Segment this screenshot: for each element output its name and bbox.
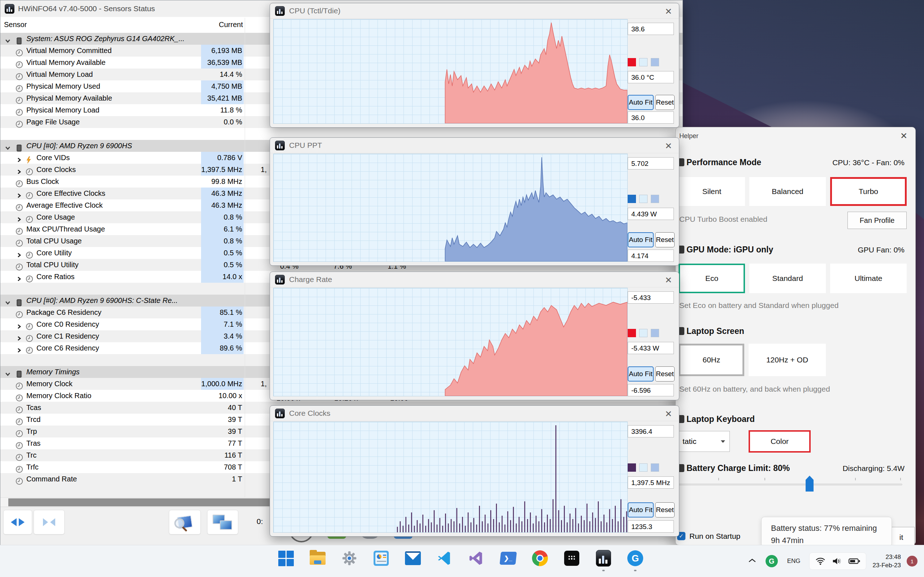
graph-titlebar[interactable]: Charge Rate — [270, 272, 679, 287]
graph-max-field[interactable]: -5.433 — [628, 292, 674, 304]
black-app-icon — [564, 551, 579, 566]
silent-mode-button[interactable]: Silent — [678, 177, 745, 206]
auto-fit-button[interactable]: Auto Fit — [628, 366, 654, 382]
grid-color-swatch[interactable] — [651, 195, 659, 203]
notification-badge[interactable]: 1 — [907, 556, 918, 567]
graph-buttons: Auto Fit Reset — [628, 95, 675, 110]
sensor-label: Memory Clock Ratio — [26, 390, 91, 402]
series-color-swatch[interactable] — [628, 329, 636, 337]
graph-max-field[interactable]: 38.6 — [628, 23, 674, 35]
file-explorer-button[interactable] — [309, 550, 326, 567]
system-monitor-button[interactable] — [373, 550, 390, 567]
grid-color-swatch[interactable] — [651, 329, 659, 337]
reset-button[interactable]: Reset — [655, 366, 675, 382]
graph-side-panel: 38.6 36.0 °C Auto Fit Reset 36.0 — [628, 21, 675, 124]
utility-app-button[interactable] — [563, 550, 580, 567]
balanced-mode-button[interactable]: Balanced — [749, 177, 826, 206]
vscode-button[interactable] — [436, 550, 453, 567]
background-color-swatch[interactable] — [639, 329, 648, 337]
keyboard-color-button[interactable]: Color — [749, 430, 811, 453]
close-icon[interactable]: ✕ — [663, 141, 674, 152]
sensor-label: Core Clocks — [36, 164, 76, 176]
background-color-swatch[interactable] — [639, 463, 648, 472]
discharge-status: Discharging: 5.4W — [842, 464, 905, 473]
auto-fit-button[interactable]: Auto Fit — [628, 95, 654, 110]
taskbar-clock[interactable]: 23:48 23-Feb-23 — [873, 553, 901, 569]
battery-limit-slider[interactable] — [678, 484, 902, 485]
grid-color-swatch[interactable] — [651, 58, 659, 66]
desktop: HWiNFO64 v7.40-5000 - Sensors Status Sen… — [0, 0, 924, 577]
series-color-swatch[interactable] — [628, 195, 636, 203]
screen-capture-button[interactable] — [169, 510, 201, 534]
start-button[interactable] — [277, 550, 294, 567]
graph-max-field[interactable]: 3396.4 — [628, 425, 674, 437]
graph-titlebar[interactable]: CPU PPT — [270, 138, 679, 153]
running-indicator — [634, 570, 637, 571]
gpu-standard-button[interactable]: Standard — [749, 264, 826, 293]
background-color-swatch[interactable] — [639, 195, 648, 203]
chrome-icon — [532, 550, 548, 566]
ghelper-taskbar-button[interactable]: G — [627, 550, 644, 567]
ghelper-tray-icon[interactable]: G — [766, 555, 778, 567]
graph-min-field[interactable]: -6.596 — [628, 384, 674, 396]
turbo-boost-note: CPU Turbo Boost enabled — [679, 215, 767, 224]
mail-button[interactable] — [404, 550, 422, 567]
auto-fit-button[interactable]: Auto Fit — [628, 502, 654, 517]
gpu-eco-button[interactable]: Eco — [678, 264, 745, 293]
background-color-swatch[interactable] — [639, 58, 648, 66]
graph-min-field[interactable]: 4.174 — [628, 250, 674, 262]
hwinfo-taskbar-button[interactable] — [595, 550, 612, 567]
settings-button[interactable] — [341, 550, 358, 567]
chrome-button[interactable] — [531, 550, 549, 567]
gpu-ultimate-button[interactable]: Ultimate — [830, 264, 907, 293]
close-icon[interactable]: ✕ — [663, 409, 674, 419]
keyboard-mode-dropdown[interactable]: tatic — [676, 431, 730, 452]
hwinfo-app-icon — [275, 409, 285, 418]
graph-color-swatches — [628, 463, 659, 472]
collapse-columns-button[interactable] — [34, 510, 65, 534]
tray-status-group[interactable] — [809, 553, 866, 570]
series-color-swatch[interactable] — [628, 58, 636, 66]
keyboard-mode-value: tatic — [683, 437, 696, 446]
reset-button[interactable]: Reset — [655, 232, 675, 247]
language-indicator[interactable]: ENG — [787, 558, 801, 565]
reset-button[interactable]: Reset — [655, 502, 675, 517]
expand-columns-button[interactable] — [3, 510, 32, 534]
graph-current-field[interactable]: 1,397.5 MHz — [628, 476, 674, 488]
sensor-label: Tras — [26, 437, 40, 449]
graph-current-field[interactable]: -5.433 W — [628, 342, 674, 354]
graph-current-field[interactable]: 36.0 °C — [628, 71, 674, 83]
auto-fit-button[interactable]: Auto Fit — [628, 232, 654, 247]
graph-titlebar[interactable]: CPU (Tctl/Tdie) — [270, 3, 679, 19]
refresh-60hz-button[interactable]: 60Hz — [678, 344, 744, 376]
graph-window-charge-rate: Charge Rate ✕ -5.433 -5.433 W Auto Fit R… — [270, 272, 679, 400]
graph-max-field[interactable]: 5.702 — [628, 157, 674, 169]
fan-profile-button[interactable]: Fan Profile — [848, 212, 907, 229]
gpu-mode-heading: GPU Mode: iGPU only — [687, 245, 773, 255]
series-color-swatch[interactable] — [628, 463, 636, 472]
reset-button[interactable]: Reset — [655, 95, 675, 110]
sensor-current-value: 46.3 MHz — [201, 187, 244, 200]
tray-chevron-up[interactable] — [748, 558, 756, 564]
column-header-current[interactable]: Current — [201, 21, 243, 29]
sensor-label: Physical Memory Load — [26, 104, 99, 116]
graph-min-field[interactable]: 1235.3 — [628, 521, 674, 533]
graph-current-field[interactable]: 4.439 W — [628, 208, 674, 220]
ghelper-window: Helper ✕ Performance Mode CPU: 36°C - Fa… — [675, 127, 916, 545]
sensor-label: Core Effective Clocks — [36, 187, 105, 200]
close-icon[interactable]: ✕ — [663, 275, 674, 285]
close-icon[interactable]: ✕ — [900, 131, 908, 141]
powershell-button[interactable]: ❯_ — [499, 550, 517, 567]
graph-min-field[interactable]: 36.0 — [628, 111, 674, 124]
remote-monitors-button[interactable] — [207, 510, 238, 534]
graph-titlebar[interactable]: Core Clocks — [270, 406, 679, 421]
turbo-mode-button[interactable]: Turbo — [830, 177, 907, 206]
refresh-120hz-button[interactable]: 120Hz + OD — [749, 344, 826, 376]
visual-studio-icon — [468, 550, 485, 566]
grid-color-swatch[interactable] — [651, 463, 659, 472]
close-icon[interactable]: ✕ — [663, 6, 674, 17]
visual-studio-button[interactable] — [468, 550, 485, 567]
graph-title: Charge Rate — [289, 275, 332, 284]
sensor-current-value: 116 T — [201, 449, 244, 461]
column-header-sensor[interactable]: Sensor — [4, 21, 27, 29]
